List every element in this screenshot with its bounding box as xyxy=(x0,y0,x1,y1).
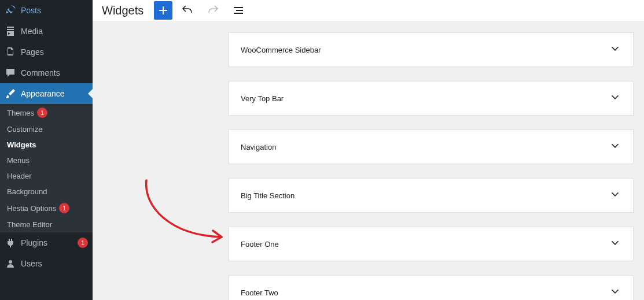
sidebar-label: Plugins xyxy=(21,238,75,247)
submenu-header[interactable]: Header xyxy=(0,168,93,184)
chevron-down-icon xyxy=(609,236,621,251)
redo-icon xyxy=(206,3,220,17)
list-view-icon xyxy=(231,3,245,17)
panel-title: Footer One xyxy=(241,240,279,249)
chevron-down-icon xyxy=(609,285,621,300)
sidebar-label: Comments xyxy=(21,68,88,77)
pin-icon xyxy=(5,5,16,16)
submenu-label: Widgets xyxy=(7,140,36,149)
sidebar-item-posts[interactable]: Posts xyxy=(0,0,93,21)
submenu-menus[interactable]: Menus xyxy=(0,153,93,168)
sidebar-item-users[interactable]: Users xyxy=(0,253,93,274)
panel-title: Navigation xyxy=(241,143,276,151)
panel-title: Footer Two xyxy=(241,288,278,297)
plus-icon xyxy=(156,3,170,17)
sidebar-item-comments[interactable]: Comments xyxy=(0,62,93,83)
chevron-down-icon xyxy=(609,139,621,154)
widget-areas-list: WooCommerce Sidebar Very Top Bar Navigat… xyxy=(93,21,644,300)
submenu-background[interactable]: Background xyxy=(0,184,93,199)
redo-button[interactable] xyxy=(203,0,223,21)
page-title: Widgets xyxy=(102,4,143,17)
submenu-label: Menus xyxy=(7,156,30,165)
main-area: Widgets WooCommerce Sidebar Very Top Bar xyxy=(93,0,644,300)
chevron-down-icon xyxy=(609,91,621,106)
sidebar-item-plugins[interactable]: Plugins 1 xyxy=(0,232,93,253)
brush-icon xyxy=(5,88,16,99)
media-icon xyxy=(5,25,16,37)
plugin-icon xyxy=(5,237,16,249)
update-badge: 1 xyxy=(78,238,88,248)
submenu-hestia-options[interactable]: Hestia Options 1 xyxy=(0,199,93,217)
sidebar-label: Appearance xyxy=(21,89,88,98)
users-icon xyxy=(5,258,16,269)
chevron-down-icon xyxy=(609,42,621,57)
chevron-down-icon xyxy=(609,188,621,203)
widget-area-navigation[interactable]: Navigation xyxy=(229,129,634,164)
widget-area-big-title-section[interactable]: Big Title Section xyxy=(229,178,634,213)
update-badge: 1 xyxy=(59,203,69,213)
comments-icon xyxy=(5,67,16,79)
panel-title: WooCommerce Sidebar xyxy=(241,46,321,54)
submenu-customize[interactable]: Customize xyxy=(0,121,93,137)
sidebar-label: Pages xyxy=(21,47,88,57)
pages-icon xyxy=(5,46,16,58)
sidebar-label: Media xyxy=(21,27,88,36)
sidebar-item-media[interactable]: Media xyxy=(0,21,93,42)
sidebar-item-appearance[interactable]: Appearance xyxy=(0,83,93,104)
list-view-button[interactable] xyxy=(228,0,249,21)
submenu-widgets[interactable]: Widgets xyxy=(0,137,93,153)
undo-icon xyxy=(181,3,194,17)
submenu-label: Theme Editor xyxy=(7,220,52,229)
widget-area-very-top-bar[interactable]: Very Top Bar xyxy=(229,81,634,116)
update-badge: 1 xyxy=(37,108,47,118)
panel-title: Very Top Bar xyxy=(241,94,284,103)
submenu-theme-editor[interactable]: Theme Editor xyxy=(0,217,93,232)
submenu-label: Header xyxy=(7,172,32,180)
sidebar-label: Users xyxy=(21,259,88,268)
admin-sidebar: Posts Media Pages Comments Appearance Th… xyxy=(0,0,93,300)
sidebar-label: Posts xyxy=(21,6,88,15)
editor-topbar: Widgets xyxy=(93,0,644,21)
undo-button[interactable] xyxy=(177,0,198,21)
add-block-button[interactable] xyxy=(154,1,172,20)
submenu-label: Background xyxy=(7,187,47,196)
submenu-label: Customize xyxy=(7,125,42,134)
svg-point-0 xyxy=(9,260,12,264)
sidebar-item-pages[interactable]: Pages xyxy=(0,42,93,62)
submenu-label: Hestia Options xyxy=(7,204,56,213)
panel-title: Big Title Section xyxy=(241,191,295,200)
widget-area-footer-two[interactable]: Footer Two xyxy=(229,275,634,300)
submenu-label: Themes xyxy=(7,109,34,117)
widget-area-footer-one[interactable]: Footer One xyxy=(229,227,634,261)
widget-area-woocommerce-sidebar[interactable]: WooCommerce Sidebar xyxy=(229,32,634,67)
submenu-themes[interactable]: Themes 1 xyxy=(0,104,93,121)
